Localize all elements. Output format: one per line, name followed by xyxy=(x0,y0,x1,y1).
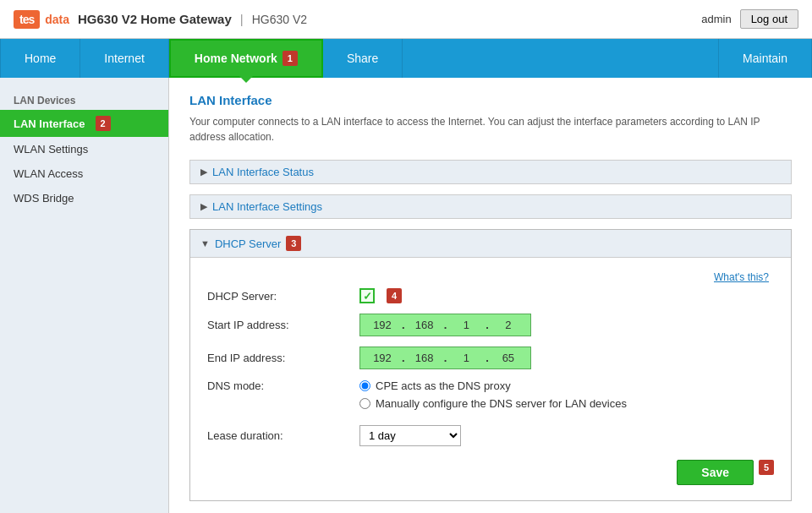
end-ip-row: End IP address: . . . xyxy=(207,347,774,369)
dns-options: CPE acts as the DNS proxy Manually confi… xyxy=(359,379,627,415)
start-ip-octet3[interactable] xyxy=(447,316,485,334)
whats-this-row: What's this? xyxy=(207,270,774,288)
dhcp-server-row: DHCP Server: ✓ 4 xyxy=(207,288,774,303)
end-ip-octet4[interactable] xyxy=(490,349,527,367)
sidebar-item-wlan-settings[interactable]: WLAN Settings xyxy=(0,137,168,161)
start-ip-octet4[interactable] xyxy=(490,316,527,334)
dhcp-server-label: DHCP Server: xyxy=(207,290,359,303)
navigation: Home Internet Home Network 1 Share Maint… xyxy=(0,39,812,78)
dhcp-badge-3: 3 xyxy=(286,236,301,251)
lan-settings-label: LAN Interface Settings xyxy=(212,200,322,213)
dns-option-manual: Manually configure the DNS server for LA… xyxy=(359,397,627,410)
start-ip-label: Start IP address: xyxy=(207,319,359,331)
admin-label: admin xyxy=(701,13,731,25)
logout-button[interactable]: Log out xyxy=(740,9,798,29)
nav-item-share[interactable]: Share xyxy=(323,39,403,78)
nav-item-maintain[interactable]: Maintain xyxy=(718,39,812,78)
nav-item-home-network[interactable]: Home Network 1 xyxy=(169,39,323,78)
lan-status-section[interactable]: ▶ LAN Interface Status xyxy=(189,160,792,184)
dhcp-label: DHCP Server xyxy=(215,237,282,250)
arrow-icon: ▶ xyxy=(200,166,207,177)
form-badge-4: 4 xyxy=(387,288,402,303)
end-ip-octet3[interactable] xyxy=(447,349,485,367)
dns-radio-cpe[interactable] xyxy=(359,380,370,391)
save-row: Save 5 xyxy=(207,460,774,485)
dhcp-enabled-checkbox[interactable]: ✓ xyxy=(359,288,375,303)
dns-option-cpe: CPE acts as the DNS proxy xyxy=(359,379,627,392)
end-ip-label: End IP address: xyxy=(207,352,359,364)
save-badge-5: 5 xyxy=(759,460,774,475)
header-right: admin Log out xyxy=(701,9,798,29)
end-ip-group: . . . xyxy=(359,347,531,369)
header-title: HG630 V2 Home Gateway xyxy=(78,12,232,26)
sidebar-group-label: LAN Devices xyxy=(0,88,168,110)
dns-radio-manual[interactable] xyxy=(359,398,370,409)
start-ip-group: . . . xyxy=(359,314,531,336)
logo-tes: tes xyxy=(19,13,34,26)
header-separator: | xyxy=(240,12,244,26)
page-description: Your computer connects to a LAN interfac… xyxy=(189,114,792,145)
end-ip-octet2[interactable] xyxy=(406,349,443,367)
header-left: tes data HG630 V2 Home Gateway | HG630 V… xyxy=(14,10,307,29)
nav-badge-1: 1 xyxy=(283,51,298,66)
arrow-icon-2: ▶ xyxy=(200,201,207,212)
nav-item-home[interactable]: Home xyxy=(0,39,80,78)
start-ip-row: Start IP address: . . . xyxy=(207,314,774,336)
whats-this-link[interactable]: What's this? xyxy=(714,271,769,283)
end-ip-octet1[interactable] xyxy=(364,349,401,367)
lease-row: Lease duration: 1 day 12 hours 6 hours 1… xyxy=(207,425,774,446)
dhcp-arrow-icon: ▼ xyxy=(200,238,210,248)
dns-mode-row: DNS mode: CPE acts as the DNS proxy Manu… xyxy=(207,379,774,415)
dns-mode-label: DNS mode: xyxy=(207,379,359,392)
header-model: HG630 V2 xyxy=(252,13,307,26)
save-button[interactable]: Save xyxy=(677,460,754,485)
dhcp-header[interactable]: ▼ DHCP Server 3 xyxy=(190,230,791,258)
dns-manual-label: Manually configure the DNS server for LA… xyxy=(376,397,627,410)
sidebar-badge-2: 2 xyxy=(96,116,111,131)
main-content: LAN Interface Your computer connects to … xyxy=(169,78,812,513)
sidebar-item-wlan-access[interactable]: WLAN Access xyxy=(0,161,168,186)
nav-item-internet[interactable]: Internet xyxy=(80,39,168,78)
lease-select[interactable]: 1 day 12 hours 6 hours 1 hour xyxy=(359,425,461,446)
logo-area: tes data xyxy=(14,10,69,29)
start-ip-octet2[interactable] xyxy=(406,316,443,334)
start-ip-octet1[interactable] xyxy=(364,316,401,334)
logo-icon: tes xyxy=(14,10,40,29)
sidebar-item-lan-interface[interactable]: LAN Interface 2 xyxy=(0,110,168,137)
sidebar-item-wds-bridge[interactable]: WDS Bridge xyxy=(0,186,168,210)
logo-data: data xyxy=(45,13,69,26)
dhcp-body: What's this? DHCP Server: ✓ 4 Start IP a… xyxy=(190,258,791,500)
lan-settings-section[interactable]: ▶ LAN Interface Settings xyxy=(189,194,792,219)
dhcp-section: ▼ DHCP Server 3 What's this? DHCP Server… xyxy=(189,229,792,501)
layout: LAN Devices LAN Interface 2 WLAN Setting… xyxy=(0,78,812,513)
page-title: LAN Interface xyxy=(189,93,792,107)
dns-cpe-label: CPE acts as the DNS proxy xyxy=(376,379,511,392)
sidebar: LAN Devices LAN Interface 2 WLAN Setting… xyxy=(0,78,169,513)
header: tes data HG630 V2 Home Gateway | HG630 V… xyxy=(0,0,812,39)
check-icon: ✓ xyxy=(363,290,372,303)
lease-label: Lease duration: xyxy=(207,429,359,442)
lan-status-label: LAN Interface Status xyxy=(212,166,314,178)
